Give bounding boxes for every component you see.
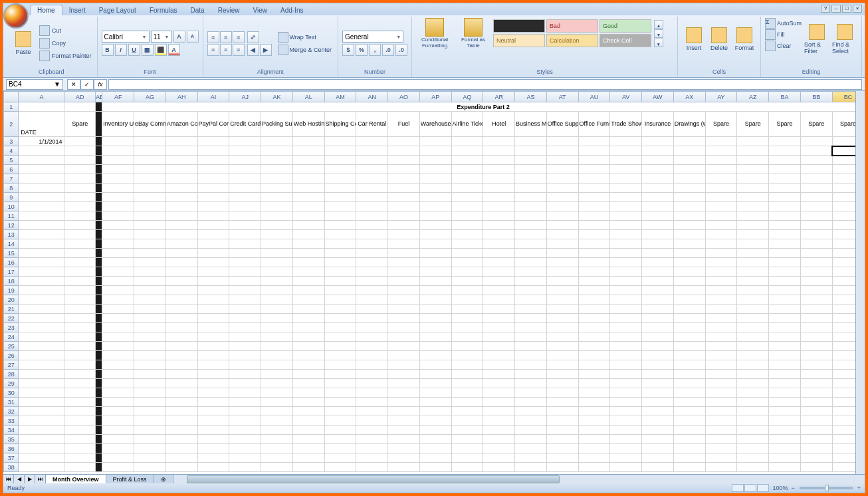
- vertical-scrollbar[interactable]: [855, 91, 865, 474]
- cell[interactable]: [483, 202, 515, 211]
- cell[interactable]: [737, 435, 769, 444]
- cell[interactable]: [324, 193, 356, 202]
- horizontal-scrollbar[interactable]: [187, 475, 865, 484]
- cell[interactable]: [578, 249, 610, 258]
- cancel-formula-button[interactable]: ✕: [67, 79, 80, 90]
- cell[interactable]: [356, 165, 388, 174]
- cell[interactable]: [102, 267, 134, 277]
- cell[interactable]: [578, 314, 610, 323]
- header-cell[interactable]: Spare: [64, 112, 96, 137]
- style-neutral[interactable]: Neutral: [493, 34, 545, 47]
- cell[interactable]: [737, 388, 769, 398]
- cell[interactable]: [64, 230, 96, 239]
- cell[interactable]: [737, 277, 769, 286]
- cell[interactable]: [546, 174, 578, 184]
- cell[interactable]: [737, 426, 769, 435]
- cell[interactable]: [64, 174, 96, 184]
- cell[interactable]: [642, 360, 674, 370]
- cell[interactable]: [451, 342, 483, 351]
- shrink-font-button[interactable]: A: [187, 31, 199, 43]
- cell[interactable]: [769, 388, 801, 398]
- name-box[interactable]: BC4▼: [6, 79, 63, 90]
- cell[interactable]: [483, 407, 515, 416]
- header-cell[interactable]: Fuel: [388, 112, 420, 137]
- cell[interactable]: [419, 453, 451, 463]
- cell[interactable]: [515, 249, 547, 258]
- cell[interactable]: [96, 202, 102, 211]
- cell[interactable]: [515, 267, 547, 277]
- cell[interactable]: [578, 286, 610, 295]
- cell[interactable]: [19, 342, 64, 351]
- cell[interactable]: [261, 416, 293, 426]
- cell[interactable]: [451, 370, 483, 379]
- cell[interactable]: [292, 398, 324, 407]
- cell[interactable]: [578, 351, 610, 360]
- cell[interactable]: [546, 314, 578, 323]
- cell[interactable]: [737, 146, 769, 156]
- cell[interactable]: [19, 211, 64, 221]
- cell[interactable]: [229, 407, 261, 416]
- cell[interactable]: [546, 444, 578, 453]
- cell[interactable]: [356, 286, 388, 295]
- grow-font-button[interactable]: A: [173, 31, 185, 43]
- cell[interactable]: [356, 388, 388, 398]
- cell[interactable]: [96, 184, 102, 193]
- cell[interactable]: [102, 314, 134, 323]
- cell[interactable]: [19, 193, 64, 202]
- cell[interactable]: [546, 351, 578, 360]
- cell[interactable]: [515, 305, 547, 314]
- find-select-button[interactable]: Find & Select: [832, 18, 857, 61]
- cell[interactable]: [483, 146, 515, 156]
- cell[interactable]: [324, 146, 356, 156]
- tab-addins[interactable]: Add-Ins: [274, 5, 310, 15]
- autosum-button[interactable]: ΣAutoSum: [765, 18, 802, 29]
- cell[interactable]: [419, 435, 451, 444]
- cell[interactable]: [642, 156, 674, 165]
- cell[interactable]: [388, 305, 420, 314]
- cell[interactable]: [483, 360, 515, 370]
- cell[interactable]: [134, 239, 166, 249]
- cell[interactable]: [769, 444, 801, 453]
- cell[interactable]: [19, 249, 64, 258]
- row-header-1[interactable]: 1: [4, 102, 19, 112]
- header-cell[interactable]: DATE: [19, 112, 64, 137]
- cell[interactable]: [19, 146, 64, 156]
- cell[interactable]: [292, 332, 324, 342]
- cell[interactable]: [769, 211, 801, 221]
- cell[interactable]: [96, 239, 102, 249]
- cell[interactable]: [451, 463, 483, 472]
- header-cell[interactable]: eBay Commission: [134, 112, 166, 137]
- cell[interactable]: [96, 370, 102, 379]
- cell[interactable]: [642, 277, 674, 286]
- cell[interactable]: [64, 221, 96, 230]
- cell[interactable]: [578, 202, 610, 211]
- cell[interactable]: [261, 165, 293, 174]
- cell[interactable]: [769, 230, 801, 239]
- cell[interactable]: [705, 463, 737, 472]
- cell[interactable]: [673, 388, 705, 398]
- row-header-14[interactable]: 14: [4, 239, 19, 249]
- cell[interactable]: [737, 211, 769, 221]
- cell[interactable]: [324, 332, 356, 342]
- cell[interactable]: [578, 416, 610, 426]
- header-cell[interactable]: Spare: [800, 112, 832, 137]
- date-cell[interactable]: 1/1/2014: [19, 137, 64, 146]
- row-header-32[interactable]: 32: [4, 407, 19, 416]
- cell[interactable]: [610, 426, 642, 435]
- cell[interactable]: [356, 426, 388, 435]
- cell[interactable]: [610, 453, 642, 463]
- cell[interactable]: [102, 211, 134, 221]
- cell[interactable]: [102, 332, 134, 342]
- cell[interactable]: [451, 379, 483, 388]
- cell[interactable]: [324, 398, 356, 407]
- format-as-table-button[interactable]: Format as Table: [455, 18, 492, 49]
- cell[interactable]: [546, 230, 578, 239]
- cell[interactable]: [737, 239, 769, 249]
- cell[interactable]: [229, 239, 261, 249]
- cell[interactable]: [64, 463, 96, 472]
- cell[interactable]: [483, 323, 515, 332]
- cell[interactable]: [324, 435, 356, 444]
- cell[interactable]: [197, 314, 229, 323]
- cell[interactable]: [356, 370, 388, 379]
- cell[interactable]: [419, 295, 451, 305]
